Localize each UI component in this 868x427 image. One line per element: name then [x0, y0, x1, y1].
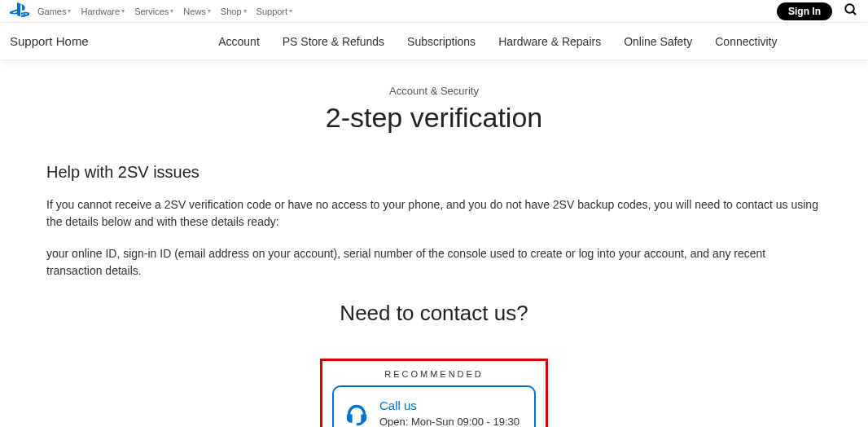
sign-in-button[interactable]: Sign In [777, 2, 832, 20]
subnav-hardware[interactable]: Hardware & Repairs [498, 35, 601, 48]
subnav-online-safety[interactable]: Online Safety [624, 35, 692, 48]
recommended-highlight-box: RECOMMENDED Call us Open: Mon-Sun 09:00 … [320, 359, 548, 427]
chevron-down-icon: ▾ [243, 7, 247, 15]
chevron-down-icon: ▾ [121, 7, 125, 15]
chevron-down-icon: ▾ [289, 7, 292, 15]
svg-point-0 [845, 4, 854, 13]
chevron-down-icon: ▾ [170, 7, 173, 15]
subnav-account[interactable]: Account [218, 35, 260, 48]
headset-icon [345, 403, 368, 427]
nav-shop[interactable]: Shop▾ [221, 7, 247, 16]
call-hours: Open: Mon-Sun 09:00 - 19:30 [379, 416, 519, 427]
nav-support[interactable]: Support▾ [256, 7, 293, 16]
body-paragraph-2: your online ID, sign-in ID (email addres… [46, 245, 822, 280]
page-title: 2-step verification [46, 102, 822, 134]
nav-games[interactable]: Games▾ [37, 7, 71, 16]
nav-services[interactable]: Services▾ [134, 7, 173, 16]
svg-line-1 [853, 11, 856, 15]
nav-hardware[interactable]: Hardware▾ [81, 7, 125, 16]
subnav-subscriptions[interactable]: Subscriptions [407, 35, 476, 48]
call-title: Call us [379, 398, 519, 412]
nav-news[interactable]: News▾ [183, 7, 211, 16]
chevron-down-icon: ▾ [208, 7, 211, 15]
ps-logo-icon[interactable] [10, 2, 29, 20]
chevron-down-icon: ▾ [68, 7, 71, 15]
subnav-ps-store[interactable]: PS Store & Refunds [283, 35, 384, 48]
body-paragraph-1: If you cannot receive a 2SV verification… [46, 196, 822, 231]
subnav-connectivity[interactable]: Connectivity [715, 35, 777, 48]
contact-heading: Need to contact us? [46, 301, 822, 326]
section-heading: Help with 2SV issues [46, 163, 822, 182]
breadcrumb: Account & Security [46, 85, 822, 97]
call-us-card[interactable]: Call us Open: Mon-Sun 09:00 - 19:30 1800… [332, 385, 536, 427]
search-icon[interactable] [844, 2, 858, 20]
support-home-link[interactable]: Support Home [10, 34, 138, 48]
recommended-label: RECOMMENDED [332, 369, 536, 379]
